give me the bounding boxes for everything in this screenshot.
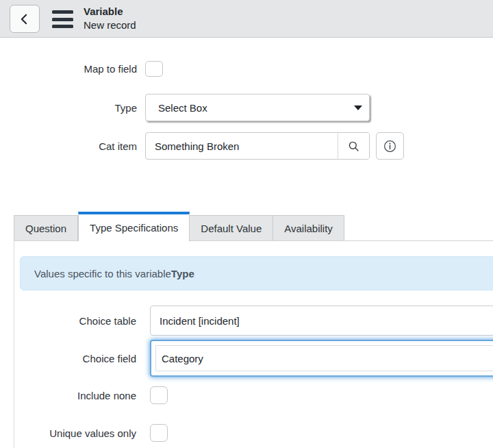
caret-down-icon bbox=[347, 95, 369, 121]
unique-values-label: Unique values only bbox=[14, 427, 136, 439]
hamburger-menu-icon[interactable] bbox=[52, 10, 73, 28]
cat-item-row: Cat item bbox=[0, 132, 404, 160]
map-to-field-label: Map to field bbox=[0, 63, 137, 75]
tab-type-specifications[interactable]: Type Specifications bbox=[78, 212, 190, 242]
info-message-text: Values specific to this variable bbox=[34, 268, 171, 279]
choice-table-row: Choice table Incident [incident] bbox=[14, 306, 493, 336]
map-to-field-row: Map to field bbox=[0, 60, 163, 77]
info-message-bar: Values specific to this variable Type bbox=[20, 256, 493, 290]
cat-item-info-button[interactable] bbox=[376, 132, 404, 160]
include-none-checkbox[interactable] bbox=[150, 386, 168, 404]
choice-field-select[interactable]: Category bbox=[150, 340, 493, 377]
cat-item-label: Cat item bbox=[0, 140, 137, 152]
choice-field-value: Category bbox=[155, 345, 493, 371]
include-none-label: Include none bbox=[14, 390, 136, 401]
choice-table-field[interactable]: Incident [incident] bbox=[150, 306, 493, 336]
tab-availability[interactable]: Availability bbox=[273, 215, 344, 241]
cat-item-lookup-button[interactable] bbox=[338, 133, 369, 159]
variable-new-record-screen: Variable New record Map to field Type Se… bbox=[0, 0, 493, 448]
tab-question[interactable]: Question bbox=[14, 215, 78, 241]
chevron-left-icon bbox=[18, 12, 31, 26]
unique-values-row: Unique values only bbox=[14, 424, 168, 442]
choice-table-label: Choice table bbox=[14, 315, 136, 327]
page-subtitle: New record bbox=[84, 18, 136, 32]
type-label: Type bbox=[0, 102, 137, 114]
type-row: Type Select Box bbox=[0, 94, 370, 121]
cat-item-input[interactable] bbox=[146, 133, 338, 159]
info-message-bold: Type bbox=[171, 268, 194, 279]
choice-field-row: Choice field Category bbox=[14, 340, 493, 377]
tab-default-value[interactable]: Default Value bbox=[190, 215, 273, 241]
choice-field-label: Choice field bbox=[14, 353, 136, 364]
type-specifications-panel: Values specific to this variable Type Ch… bbox=[14, 240, 493, 448]
form-tabs: Question Type Specifications Default Val… bbox=[14, 211, 344, 241]
title-block: Variable New record bbox=[84, 5, 136, 32]
search-icon bbox=[347, 140, 360, 153]
include-none-row: Include none bbox=[14, 386, 168, 404]
type-select-value: Select Box bbox=[146, 102, 207, 114]
info-icon bbox=[383, 139, 397, 153]
page-title: Variable bbox=[84, 5, 136, 18]
cat-item-reference-group bbox=[145, 132, 370, 160]
back-button[interactable] bbox=[10, 5, 40, 33]
type-select[interactable]: Select Box bbox=[145, 94, 370, 121]
unique-values-checkbox[interactable] bbox=[150, 424, 168, 442]
map-to-field-checkbox[interactable] bbox=[145, 61, 163, 77]
header: Variable New record bbox=[0, 0, 493, 38]
